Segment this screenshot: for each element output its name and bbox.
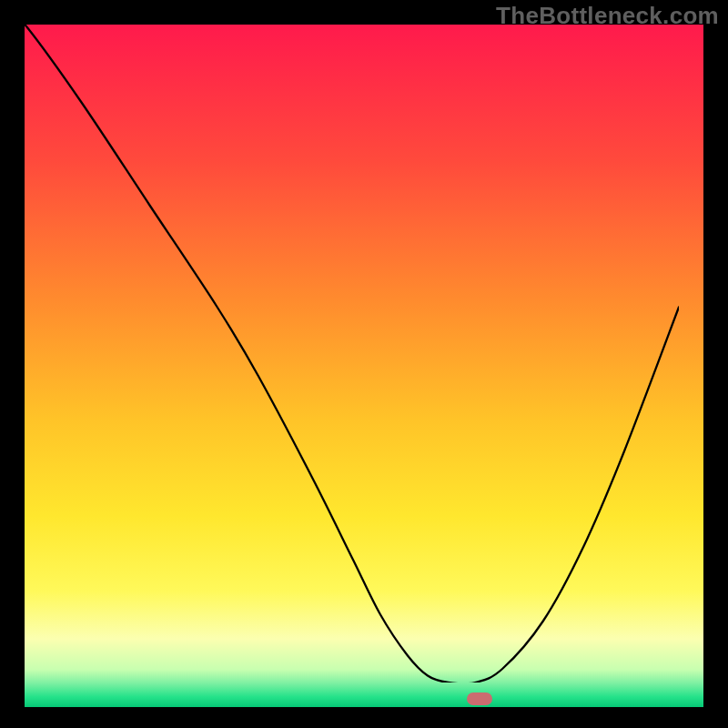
chart-frame: TheBottleneck.com	[0, 0, 728, 728]
optimal-marker	[467, 693, 492, 705]
plot-area	[25, 25, 703, 707]
plot-background	[25, 25, 703, 707]
